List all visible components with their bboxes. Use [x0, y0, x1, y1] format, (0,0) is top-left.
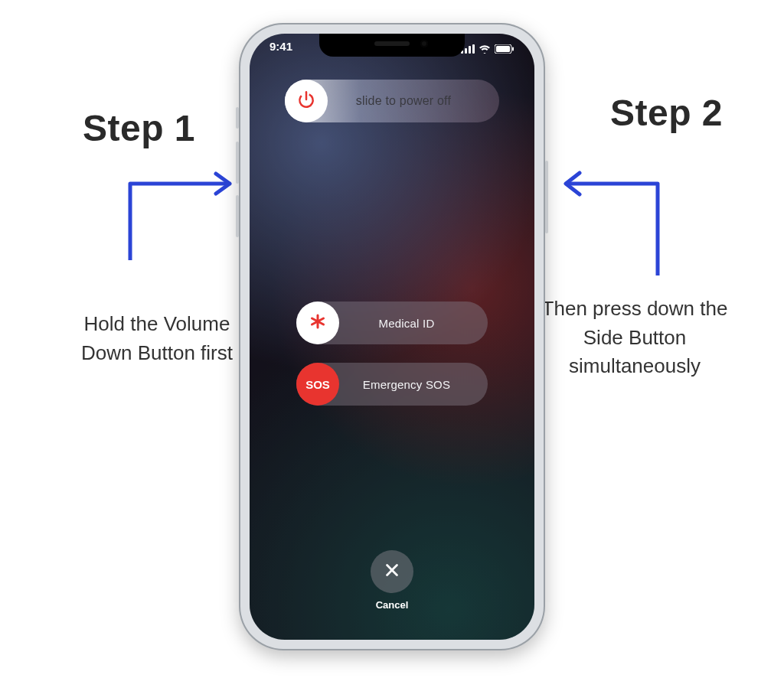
emergency-sos-slider[interactable]: SOS Emergency SOS: [296, 363, 488, 406]
step-1-text: Hold the Volume Down Button first: [69, 310, 245, 367]
status-indicators: [461, 40, 514, 58]
cancel-group: Cancel: [371, 550, 413, 611]
sos-text: SOS: [305, 378, 330, 391]
side-button[interactable]: [545, 161, 548, 233]
emergency-sos-label: Emergency SOS: [339, 378, 488, 391]
screen: 9:41: [250, 34, 534, 640]
power-off-knob[interactable]: [285, 80, 328, 122]
step-2-text: Then press down the Side Button simultan…: [539, 295, 730, 381]
step-1-title: Step 1: [83, 107, 245, 149]
step-2-annotation: Step 2 Then press down the Side Button s…: [539, 92, 730, 381]
power-off-slider[interactable]: slide to power off: [285, 80, 499, 122]
status-time: 9:41: [270, 40, 292, 58]
medical-id-slider[interactable]: Medical ID: [296, 302, 488, 344]
svg-rect-6: [512, 47, 514, 51]
mute-switch[interactable]: [236, 107, 239, 129]
medical-id-knob[interactable]: [296, 302, 339, 344]
cancel-button[interactable]: [371, 550, 413, 593]
notch: [319, 34, 465, 57]
volume-up-button[interactable]: [236, 142, 239, 184]
sos-knob[interactable]: SOS: [296, 363, 339, 406]
close-icon: [384, 562, 400, 582]
medical-id-label: Medical ID: [339, 317, 488, 330]
battery-icon: [495, 44, 514, 54]
power-icon: [296, 90, 316, 112]
power-off-label: slide to power off: [328, 94, 499, 108]
svg-rect-5: [496, 46, 510, 52]
svg-rect-2: [469, 46, 471, 54]
iphone-frame: 9:41: [239, 23, 545, 650]
asterisk-icon: [309, 312, 327, 334]
step-2-title: Step 2: [539, 92, 723, 134]
step-1-annotation: Step 1 Hold the Volume Down Button first: [69, 107, 245, 367]
svg-rect-1: [465, 48, 467, 54]
cancel-label: Cancel: [371, 599, 413, 611]
svg-rect-3: [472, 44, 475, 54]
volume-down-button[interactable]: [236, 195, 239, 237]
wifi-icon: [479, 44, 491, 54]
